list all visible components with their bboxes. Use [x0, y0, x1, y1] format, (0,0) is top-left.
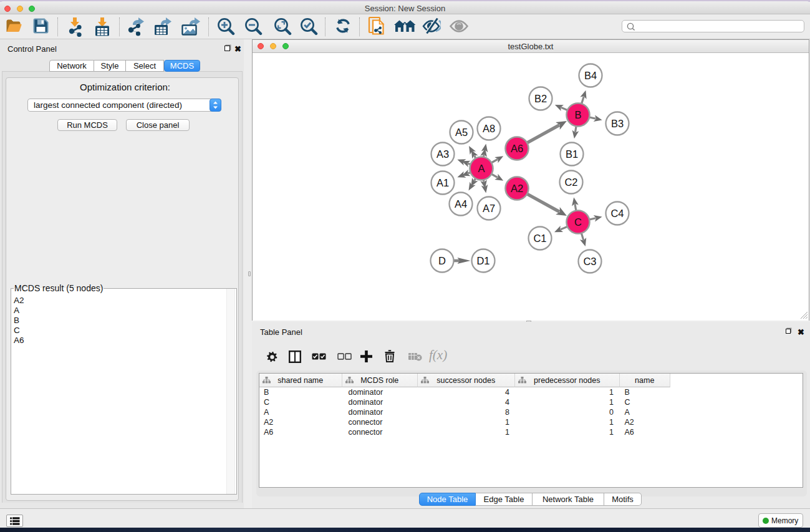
svg-text:A3: A3 [436, 148, 449, 160]
svg-text:B2: B2 [534, 93, 547, 104]
svg-text:A1: A1 [436, 177, 449, 188]
svg-text:D: D [438, 255, 446, 266]
svg-text:A2: A2 [511, 183, 523, 194]
svg-text:B4: B4 [584, 70, 597, 81]
svg-text:A4: A4 [455, 198, 467, 210]
svg-text:A5: A5 [455, 127, 468, 138]
svg-text:A7: A7 [483, 203, 495, 214]
svg-text:C3: C3 [583, 256, 596, 267]
svg-text:C4: C4 [610, 208, 624, 219]
svg-text:B3: B3 [611, 118, 624, 129]
svg-text:B: B [574, 109, 581, 120]
svg-text:C: C [574, 216, 582, 228]
svg-text:C1: C1 [533, 233, 546, 244]
svg-text:D1: D1 [476, 255, 489, 266]
svg-text:A8: A8 [483, 123, 495, 134]
svg-text:C2: C2 [564, 177, 577, 188]
svg-text:A: A [478, 163, 485, 174]
svg-text:A6: A6 [511, 143, 523, 154]
svg-text:B1: B1 [566, 148, 578, 160]
